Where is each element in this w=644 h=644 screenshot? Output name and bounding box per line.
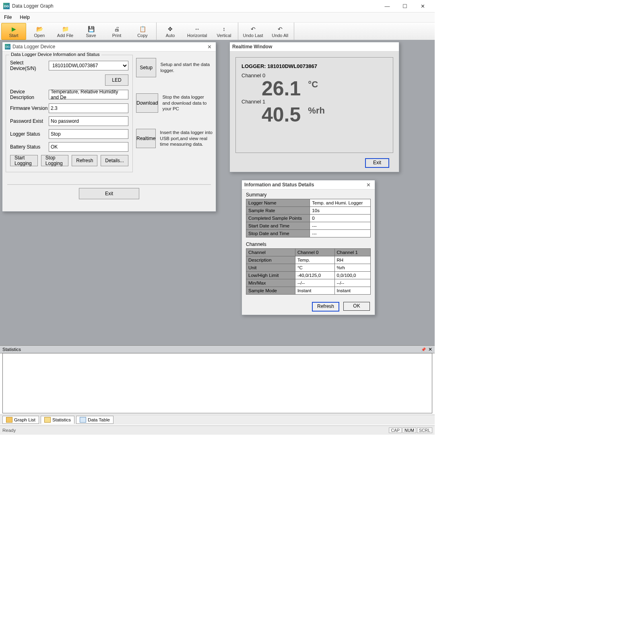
tool-vertical[interactable]: ↕Vertical: [212, 23, 237, 40]
device-window-close[interactable]: ✕: [205, 44, 213, 50]
refresh-button[interactable]: Refresh: [72, 155, 97, 166]
label-select-device: Select Device(S/N): [10, 60, 49, 71]
info-title: Information and Status Details: [244, 182, 364, 188]
move-all-icon: ✥: [166, 25, 174, 33]
ch-hdr-channel: Channel: [246, 249, 295, 256]
play-icon: ▶: [10, 25, 18, 33]
download-desc: Stop the data logger and download data t…: [162, 94, 213, 112]
logger-status-field[interactable]: Stop: [49, 129, 128, 139]
logger-header: LOGGER: 181010DWL0073867: [242, 63, 387, 69]
stop-logging-button[interactable]: Stop Logging: [41, 155, 68, 166]
stats-icon: [44, 417, 51, 423]
toolbar: ▶Start 📂Open 📁Add File 💾Save 🖨Print 📋Cop…: [0, 23, 435, 41]
close-button[interactable]: ✕: [414, 0, 431, 12]
tool-print[interactable]: 🖨Print: [104, 23, 129, 40]
tool-auto[interactable]: ✥Auto: [158, 23, 183, 40]
firmware-field[interactable]: 2.3: [49, 103, 128, 113]
arrows-h-icon: ↔: [193, 25, 201, 33]
ch-desc-0: Temp.: [295, 256, 334, 264]
realtime-button[interactable]: Realtime: [136, 129, 156, 148]
list-icon: [6, 417, 12, 423]
ch-hdr-0: Channel 0: [295, 249, 334, 256]
password-field[interactable]: No password: [49, 116, 128, 126]
realtime-title: Realtime Window: [232, 44, 396, 50]
save-icon: 💾: [87, 25, 95, 33]
tool-open[interactable]: 📂Open: [27, 23, 52, 40]
summary-label: Summary: [246, 192, 371, 198]
device-info-group: Data Logger Device Information and Statu…: [6, 55, 133, 172]
minimize-button[interactable]: —: [378, 0, 396, 12]
statusbar: Ready CAP NUM SCRL: [0, 425, 435, 435]
summary-stop-label: Stop Date and Time: [246, 230, 310, 237]
tool-save[interactable]: 💾Save: [78, 23, 103, 40]
select-device-dropdown[interactable]: 181010DWL0073867: [49, 61, 128, 70]
device-window-title: Data Logger Device: [12, 44, 205, 50]
label-firmware: Firmware Version: [10, 105, 49, 111]
tab-statistics[interactable]: Statistics: [41, 416, 74, 424]
realtime-exit-button[interactable]: Exit: [365, 158, 389, 168]
tool-horizontal[interactable]: ↔Horizontal: [184, 23, 211, 40]
summary-completed-value: 0: [310, 215, 371, 222]
summary-logger-name-value: Temp. and Humi. Logger: [310, 199, 371, 207]
status-cap: CAP: [389, 427, 402, 433]
summary-start-value: ---: [310, 222, 371, 230]
info-close[interactable]: ✕: [364, 182, 372, 188]
summary-stop-value: ---: [310, 230, 371, 237]
group-label: Data Logger Device Information and Statu…: [9, 52, 101, 57]
start-logging-button[interactable]: Start Logging: [10, 155, 38, 166]
led-button[interactable]: LED: [105, 74, 128, 86]
ch-sm-l: Sample Mode: [246, 287, 295, 295]
channel0-value: 26.1: [262, 78, 301, 99]
channel1-value: 40.5: [262, 105, 301, 125]
status-scrl: SCRL: [417, 427, 432, 433]
info-refresh-button[interactable]: Refresh: [312, 302, 339, 312]
ch-unit-0: °C: [295, 264, 334, 272]
tool-undoall[interactable]: ↶Undo All: [268, 23, 293, 40]
details-button[interactable]: Details...: [101, 155, 128, 166]
titlebar: DG Data Logger Graph — ☐ ✕: [0, 0, 435, 12]
summary-sample-rate-value: 10s: [310, 207, 371, 215]
summary-completed-label: Completed Sample Points: [246, 215, 310, 222]
summary-start-label: Start Date and Time: [246, 222, 310, 230]
tool-undolast[interactable]: ↶Undo Last: [239, 23, 267, 40]
channel1-unit: %rh: [308, 105, 325, 116]
realtime-window: Realtime Window LOGGER: 181010DWL0073867…: [229, 42, 399, 172]
tab-graph-list[interactable]: Graph List: [2, 416, 39, 424]
channels-label: Channels: [246, 242, 371, 247]
battery-field[interactable]: OK: [49, 142, 128, 152]
summary-logger-name-label: Logger Name: [246, 199, 310, 207]
realtime-desc: Insert the data logger into USB port,and…: [160, 130, 213, 148]
info-ok-button[interactable]: OK: [343, 302, 370, 311]
ch-mm-0: --/--: [295, 279, 334, 287]
download-button[interactable]: Download: [136, 93, 158, 113]
copy-icon: 📋: [138, 25, 147, 33]
table-icon: [80, 417, 86, 423]
ch-mm-1: --/--: [334, 279, 371, 287]
device-window: DG Data Logger Device ✕ Data Logger Devi…: [2, 42, 216, 212]
app-icon: DG: [3, 3, 10, 9]
ch-lim-l: Low/High Limit: [246, 272, 295, 279]
menubar: File Help: [0, 12, 435, 23]
device-exit-button[interactable]: Exit: [79, 188, 139, 199]
app-title: Data Logger Graph: [12, 3, 378, 9]
tool-start[interactable]: ▶Start: [1, 23, 26, 40]
folder-open-icon: 📂: [35, 25, 43, 33]
maximize-button[interactable]: ☐: [396, 0, 414, 12]
pin-icon[interactable]: 📌: [421, 347, 426, 352]
status-ready: Ready: [2, 428, 16, 433]
undo-all-icon: ↶: [276, 25, 284, 33]
label-battery: Battery Status: [10, 144, 49, 150]
setup-button[interactable]: Setup: [136, 58, 156, 77]
ch-sm-0: Instant: [295, 287, 334, 295]
ch-desc-l: Description: [246, 256, 295, 264]
stats-close[interactable]: ✕: [428, 347, 432, 352]
statistics-body: [2, 353, 432, 413]
undo-icon: ↶: [249, 25, 257, 33]
tool-addfile[interactable]: 📁Add File: [53, 23, 78, 40]
ch-lim-1: 0,0/100,0: [334, 272, 371, 279]
menu-help[interactable]: Help: [16, 13, 34, 21]
menu-file[interactable]: File: [0, 13, 16, 21]
device-desc-field[interactable]: Temperature, Relative Humidity and De: [49, 90, 128, 99]
tool-copy[interactable]: 📋Copy: [130, 23, 155, 40]
tab-data-table[interactable]: Data Table: [76, 416, 114, 424]
